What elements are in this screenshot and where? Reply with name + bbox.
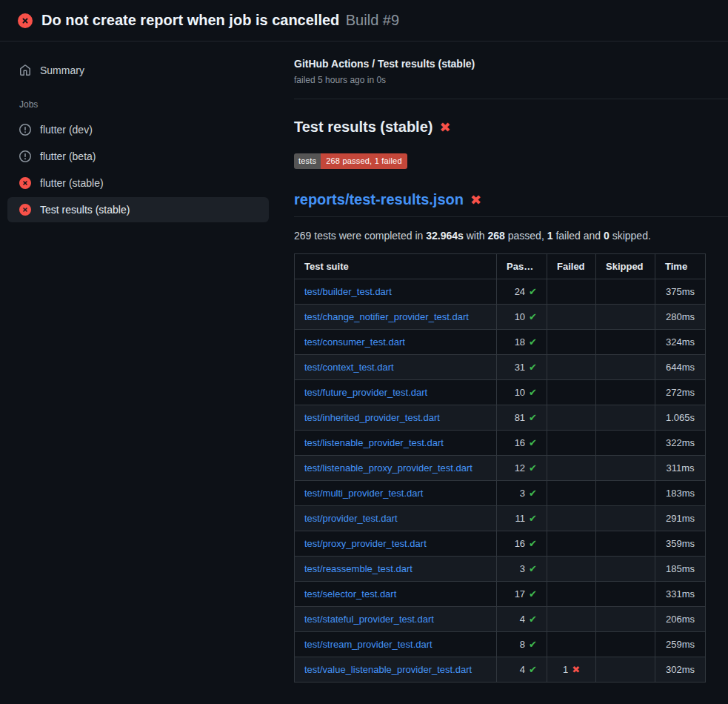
sidebar-item-test-results-stable[interactable]: Test results (stable) [7,197,269,222]
section-title-text: Test results (stable) [294,119,433,136]
failed-cell [547,405,596,431]
time-cell: 322ms [655,431,706,456]
section-title: Test results (stable) ✖ [294,119,728,136]
check-icon: ✔ [529,513,537,524]
failed-cell [547,380,596,405]
check-icon: ✔ [529,639,537,650]
passed-cell: 17✔ [497,582,547,607]
check-icon: ✔ [529,311,537,322]
time-cell: 206ms [655,607,706,632]
badge-label: tests [294,153,321,169]
sidebar-item-flutter-dev[interactable]: flutter (dev) [7,117,269,142]
test-suite-link[interactable]: test/proxy_provider_test.dart [304,538,427,549]
test-suite-link[interactable]: test/stateful_provider_test.dart [304,614,434,625]
job-label: Test results (stable) [40,204,130,216]
time-cell: 324ms [655,330,706,355]
skipped-cell [596,582,655,607]
home-icon [19,64,31,76]
passed-cell: 3✔ [497,557,547,582]
results-table-body: test/builder_test.dart 24✔ 375ms test/ch… [295,279,706,683]
table-row: test/stream_provider_test.dart 8✔ 259ms [295,632,706,657]
test-suite-link[interactable]: test/multi_provider_test.dart [304,488,423,499]
test-suite-link[interactable]: test/context_test.dart [304,362,394,373]
results-summary: 269 tests were completed in 32.964s with… [294,230,728,242]
skipped-cell [596,557,655,582]
tests-badge: tests 268 passed, 1 failed [294,153,407,169]
cross-icon: ✖ [572,664,580,675]
test-suite-link[interactable]: test/builder_test.dart [304,286,392,297]
sidebar-item-flutter-stable[interactable]: flutter (stable) [7,170,269,196]
skipped-cell [596,481,655,506]
test-suite-link[interactable]: test/inherited_provider_test.dart [304,412,440,423]
job-label: flutter (beta) [40,150,96,162]
report-file-link[interactable]: reports/test-results.json [294,191,464,208]
passed-cell: 16✔ [497,431,547,456]
failed-cell [547,355,596,380]
table-row: test/reassemble_test.dart 3✔ 185ms [295,557,706,582]
test-suite-link[interactable]: test/future_provider_test.dart [304,387,427,398]
table-row: test/listenable_provider_test.dart 16✔ 3… [295,431,706,456]
passed-cell: 10✔ [497,305,547,330]
check-icon: ✔ [529,563,537,574]
skipped-cell [596,405,655,431]
check-icon: ✔ [529,362,537,373]
time-cell: 272ms [655,380,706,405]
test-suite-link[interactable]: test/value_listenable_provider_test.dart [304,664,472,675]
test-suite-link[interactable]: test/provider_test.dart [304,513,398,524]
job-neutral-icon [19,150,31,162]
test-suite-link[interactable]: test/selector_test.dart [304,588,396,600]
skipped-cell [596,632,655,657]
summary-duration: 32.964s [426,230,464,242]
failed-cell [547,279,596,305]
table-row: test/consumer_test.dart 18✔ 324ms [295,330,706,355]
check-icon: ✔ [529,462,537,474]
skipped-cell [596,380,655,405]
job-neutral-icon [19,124,31,136]
test-suite-link[interactable]: test/consumer_test.dart [304,336,405,348]
run-failed-icon [18,13,33,28]
time-cell: 302ms [655,657,706,683]
failed-cell [547,582,596,607]
col-header-failed: Failed [547,254,596,279]
failed-cell [547,456,596,481]
summary-skipped-count: 0 [604,230,610,242]
skipped-cell [596,305,655,330]
test-suite-link[interactable]: test/listenable_provider_test.dart [304,437,444,448]
jobs-sidebar: Summary Jobs flutter (dev) flutter (beta… [0,41,276,224]
time-cell: 311ms [655,456,706,481]
check-icon: ✔ [529,286,537,297]
skipped-cell [596,506,655,531]
sidebar-item-summary[interactable]: Summary [7,58,269,83]
test-suite-link[interactable]: test/stream_provider_test.dart [304,639,433,650]
run-build-number: Build #9 [346,12,399,28]
col-header-passed: Passed [497,254,547,279]
check-run-panel: GitHub Actions / Test results (stable) f… [276,41,728,683]
job-failed-icon [19,177,31,189]
table-row: test/change_notifier_provider_test.dart … [295,305,706,330]
skipped-cell [596,607,655,632]
test-suite-link[interactable]: test/change_notifier_provider_test.dart [304,311,469,322]
test-suite-link[interactable]: test/listenable_proxy_provider_test.dart [304,462,472,474]
summary-passed-count: 268 [488,230,505,242]
time-cell: 375ms [655,279,706,305]
passed-cell: 11✔ [497,506,547,531]
time-cell: 259ms [655,632,706,657]
run-title: Do not create report when job is cancell… [41,12,339,28]
breadcrumb: GitHub Actions / Test results (stable) [294,58,728,70]
passed-cell: 10✔ [497,380,547,405]
passed-cell: 16✔ [497,531,547,557]
badge-value: 268 passed, 1 failed [321,153,407,169]
check-icon: ✔ [529,538,537,549]
failed-cell [547,506,596,531]
sidebar-item-flutter-beta[interactable]: flutter (beta) [7,144,269,169]
passed-cell: 81✔ [497,405,547,431]
skipped-cell [596,330,655,355]
passed-cell: 8✔ [497,632,547,657]
failed-cell [547,607,596,632]
test-suite-link[interactable]: test/reassemble_test.dart [304,563,413,574]
table-row: test/provider_test.dart 11✔ 291ms [295,506,706,531]
passed-cell: 4✔ [497,607,547,632]
check-icon: ✔ [529,437,537,448]
passed-cell: 12✔ [497,456,547,481]
check-icon: ✔ [529,488,537,499]
